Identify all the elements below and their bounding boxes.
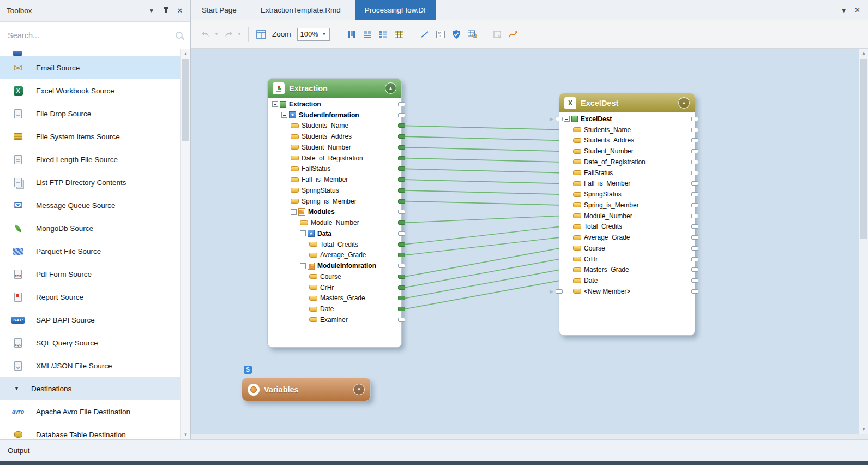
extraction-node-header[interactable]: Extraction ▲ — [268, 79, 401, 98]
close-icon[interactable]: ✕ — [176, 7, 184, 15]
output-port[interactable] — [398, 177, 405, 182]
output-port[interactable] — [398, 113, 405, 117]
dst-row-masters-grade[interactable]: Masters_Grade — [559, 265, 695, 276]
output-port[interactable] — [398, 134, 405, 139]
scrollbar-thumb[interactable] — [182, 59, 189, 141]
link-tool-button[interactable] — [418, 27, 432, 41]
scroll-up-icon[interactable]: ▲ — [181, 49, 190, 58]
toolbox-item-xml-json-file-source[interactable]: <>XML/JSON File Source — [0, 354, 180, 377]
ext-row-student-number[interactable]: Student_Number — [268, 142, 401, 153]
search-input[interactable]: Search... — [8, 31, 176, 40]
expander-icon[interactable] — [272, 101, 278, 107]
scroll-down-icon[interactable]: ▼ — [859, 425, 868, 434]
tab-list-chevron-icon[interactable]: ▼ — [841, 7, 847, 14]
ext-row-students-addres[interactable]: Students_Addres — [268, 131, 401, 142]
dst-row-average-grade[interactable]: Average_Grade — [559, 232, 695, 243]
output-port[interactable] — [398, 123, 405, 128]
output-port[interactable] — [398, 307, 405, 311]
ext-row-fall-is-member[interactable]: Fall_is_Member — [268, 174, 401, 185]
output-port[interactable] — [691, 278, 698, 283]
output-port[interactable] — [691, 117, 698, 121]
toolbox-section-destinations[interactable]: ▼Destinations — [0, 377, 180, 400]
scroll-up-icon[interactable]: ▲ — [859, 49, 868, 58]
toolbox-item-fixed-length-file-source[interactable]: Fixed Length File Source — [0, 148, 180, 171]
tab-processing-flow[interactable]: ProcessingFlow.Df — [355, 0, 436, 20]
undo-dropdown-icon[interactable]: ▼ — [214, 32, 220, 37]
exceldest-node-header[interactable]: X ExcelDest ▲ — [559, 93, 695, 112]
output-port[interactable] — [398, 102, 405, 106]
output-port[interactable] — [398, 145, 405, 150]
horizontal-layout-button[interactable] — [360, 27, 375, 41]
output-port[interactable] — [398, 253, 405, 257]
zoom-window-icon[interactable] — [254, 27, 268, 41]
dst-row-course[interactable]: Course — [559, 243, 695, 254]
toolbox-scrollbar[interactable]: ▲ ▼ — [180, 49, 190, 439]
output-port[interactable] — [691, 181, 698, 186]
toolbox-item-sql-query-source[interactable]: SQLSQL Query Source — [0, 331, 180, 354]
variables-node[interactable]: Variables ▼ — [242, 378, 371, 401]
tab-extraction-template[interactable]: ExtractionTemplate.Rmd — [251, 0, 351, 20]
preview-data-button[interactable] — [465, 27, 479, 41]
expand-button[interactable] — [491, 27, 505, 41]
dst-row-new-member[interactable]: <New Member>▶ — [559, 286, 695, 297]
toolbox-search[interactable]: Search... — [0, 22, 190, 49]
toolbox-item-sap-bapi-source[interactable]: SAPSAP BAPI Source — [0, 308, 180, 331]
dst-row-total-credits[interactable]: Total_Credits — [559, 222, 695, 233]
output-port[interactable] — [398, 318, 405, 322]
output-port[interactable] — [691, 267, 698, 272]
collapse-node-icon[interactable]: ▲ — [385, 82, 396, 94]
verify-shield-button[interactable] — [449, 27, 463, 41]
ext-row-moduleinfomration[interactable]: ModuleInfomration — [268, 260, 401, 271]
output-port[interactable] — [398, 242, 405, 247]
output-port[interactable] — [691, 138, 698, 142]
dst-row-students-addres[interactable]: Students_Addres — [559, 135, 695, 146]
output-port[interactable] — [691, 192, 698, 196]
tab-start-page[interactable]: Start Page — [192, 0, 246, 20]
toolbox-item-parquet-file-source[interactable]: Parquet File Source — [0, 240, 180, 263]
output-port[interactable] — [398, 188, 405, 193]
pin-icon[interactable] — [162, 7, 170, 15]
output-port[interactable] — [691, 289, 698, 294]
output-port[interactable] — [691, 224, 698, 229]
ext-row-module-number[interactable]: Module_Number — [268, 217, 401, 228]
output-port[interactable] — [691, 203, 698, 207]
toolbox-item-file-system-items-source[interactable]: File System Items Source — [0, 125, 180, 148]
ext-row-modules[interactable]: Modules — [268, 207, 401, 218]
dst-row-springstatus[interactable]: SpringStatus — [559, 189, 695, 200]
table-view-button[interactable] — [392, 27, 406, 41]
output-port[interactable] — [398, 156, 405, 160]
output-port[interactable] — [691, 214, 698, 218]
expander-icon[interactable] — [281, 112, 287, 118]
chevron-down-icon[interactable]: ▼ — [148, 7, 155, 15]
output-port[interactable] — [398, 231, 405, 236]
ext-row-students-name[interactable]: Students_Name — [268, 121, 401, 132]
ext-row-masters-grade[interactable]: Masters_Grade — [268, 293, 401, 304]
output-panel-button[interactable]: Output — [8, 446, 30, 455]
ext-row-extraction[interactable]: Extraction — [268, 99, 401, 110]
fit-columns-button[interactable] — [345, 27, 359, 41]
expander-icon[interactable] — [564, 116, 570, 122]
dst-row-date-of-registration[interactable]: Date_of_Registration — [559, 157, 695, 168]
collapse-node-icon[interactable]: ▲ — [678, 97, 690, 109]
output-port[interactable] — [691, 257, 698, 261]
output-port[interactable] — [398, 285, 405, 290]
output-port[interactable] — [691, 128, 698, 132]
ext-row-data[interactable]: ★Data — [268, 228, 401, 239]
dataflow-canvas[interactable]: Extraction ▲ Extraction★StudentInformati… — [191, 49, 859, 434]
data-grid-button[interactable]: 1001 — [433, 27, 448, 41]
output-port[interactable] — [398, 296, 405, 300]
output-port[interactable] — [398, 199, 405, 204]
ext-row-examiner[interactable]: Examiner — [268, 314, 401, 325]
zoom-select[interactable]: 100% ▼ — [297, 28, 330, 41]
ext-row-total-credits[interactable]: Total_Credits — [268, 239, 401, 250]
vertical-layout-button[interactable] — [376, 27, 390, 41]
canvas-scrollbar[interactable]: ▲ ▼ — [859, 49, 868, 434]
extraction-node[interactable]: Extraction ▲ Extraction★StudentInformati… — [267, 78, 402, 348]
expander-icon[interactable] — [300, 263, 306, 269]
scrollbar-thumb[interactable] — [860, 59, 867, 239]
toolbox-item-mongodb-source[interactable]: MongoDb Source — [0, 217, 180, 240]
scroll-down-icon[interactable]: ▼ — [181, 430, 190, 439]
dst-row-date[interactable]: Date — [559, 275, 695, 286]
close-document-icon[interactable]: ✕ — [854, 6, 860, 14]
output-port[interactable] — [691, 149, 698, 153]
